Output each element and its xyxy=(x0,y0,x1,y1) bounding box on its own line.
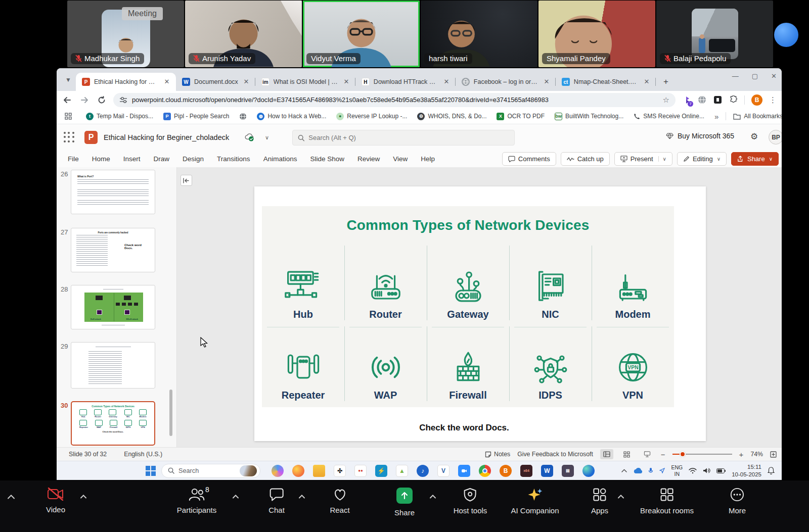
menu-help[interactable]: Help xyxy=(421,155,435,163)
share-dropdown-chevron[interactable]: ∨ xyxy=(769,156,773,162)
participants-options-chevron[interactable] xyxy=(232,495,239,499)
hidden-controls-chevron[interactable] xyxy=(7,495,15,499)
share-options-chevron[interactable] xyxy=(429,495,436,499)
photos-app-icon[interactable]: ▲ xyxy=(396,465,408,477)
bookmark-item[interactable]: ● Reverse IP Lookup -... xyxy=(336,113,407,120)
file-explorer-icon[interactable] xyxy=(313,465,325,477)
tab-search-chevron-icon[interactable]: ▼ xyxy=(61,72,76,87)
volume-icon[interactable] xyxy=(703,467,710,474)
window-maximize-button[interactable]: ▢ xyxy=(752,72,758,80)
menu-insert[interactable]: Insert xyxy=(123,155,141,163)
video-button[interactable]: Video xyxy=(46,488,65,514)
slideshow-view-button[interactable] xyxy=(641,449,654,459)
app-launcher-waffle-icon[interactable] xyxy=(64,132,75,143)
participant-tile[interactable]: harsh tiwari xyxy=(421,1,537,67)
browser-tab[interactable]: im What is OSI Model | 7 Laye ✕ xyxy=(255,73,355,91)
zoom-in-button[interactable]: + xyxy=(739,450,744,459)
notes-button[interactable]: Notes xyxy=(485,451,510,458)
browser-profile-avatar[interactable]: B xyxy=(751,94,762,106)
profile-b-app-icon[interactable]: B xyxy=(500,465,512,477)
pp-search-box[interactable] xyxy=(292,130,515,146)
chat-button[interactable]: Chat xyxy=(268,488,285,514)
bookmark-item[interactable]: t Temp Mail - Dispos... xyxy=(86,113,153,120)
thumbnail-scrollbar[interactable] xyxy=(169,390,172,436)
dots-app-icon[interactable]: ●● xyxy=(354,465,367,477)
participant-tile-active-speaker[interactable]: Vidyut Verma xyxy=(303,1,420,67)
bookmark-item[interactable]: SMS Receive Online... xyxy=(634,113,704,120)
tray-mic-icon[interactable] xyxy=(648,467,653,474)
browser-tab[interactable]: H Download HTTrack Websit ✕ xyxy=(355,73,456,91)
audio-app-icon[interactable]: ♪ xyxy=(417,465,429,477)
taskbar-clock[interactable]: 15:1110-05-2025 xyxy=(732,463,761,478)
apps-grid-icon[interactable] xyxy=(65,113,72,120)
black-clover-app-icon[interactable]: ✣ xyxy=(334,465,346,477)
participant-tile[interactable]: Meeting Madhukar Singh xyxy=(67,1,184,67)
browser-tab[interactable]: W Document.docx ✕ xyxy=(176,73,255,91)
address-bar[interactable]: powerpoint.cloud.microsoft/open/onedrive… xyxy=(113,93,676,107)
menu-review[interactable]: Review xyxy=(357,155,380,163)
word-app-icon[interactable]: W xyxy=(541,465,553,477)
tab-close-icon[interactable]: ✕ xyxy=(543,78,551,86)
forward-button[interactable] xyxy=(78,93,91,107)
browser-tab[interactable]: Facebook – log in or sign u ✕ xyxy=(456,73,556,91)
normal-view-button[interactable] xyxy=(600,449,613,459)
extension-icon[interactable]: 7 xyxy=(682,95,691,105)
title-dropdown-chevron[interactable]: ∨ xyxy=(265,134,269,141)
account-avatar[interactable]: BP xyxy=(769,130,782,144)
lightning-app-icon[interactable]: ⚡ xyxy=(375,465,387,477)
slide[interactable]: Common Types of Network Devices xyxy=(254,186,706,441)
participants-button[interactable]: 8 Participants xyxy=(177,488,216,514)
firefox-app-icon[interactable] xyxy=(292,465,304,477)
browser-menu-kebab-icon[interactable]: ⋮ xyxy=(769,95,777,105)
menu-file[interactable]: File xyxy=(68,155,79,163)
apps-options-chevron[interactable] xyxy=(617,495,624,499)
bookmark-item[interactable]: P Pipl - People Search xyxy=(163,113,229,120)
globe-extension-icon[interactable] xyxy=(697,95,706,105)
share-screen-button[interactable]: Share xyxy=(394,488,415,517)
participant-tile[interactable]: Arunish Yadav xyxy=(185,1,302,67)
language-selector[interactable]: English (U.S.) xyxy=(124,451,162,458)
tray-expand-chevron[interactable] xyxy=(621,469,627,472)
participant-tile[interactable]: Shyamali Pandey xyxy=(538,1,655,67)
slide-thumbnail-29[interactable] xyxy=(71,342,155,389)
tab-close-icon[interactable]: ✕ xyxy=(163,78,171,86)
settings-gear-icon[interactable]: ⚙ xyxy=(750,131,758,142)
window-close-button[interactable]: ✕ xyxy=(771,72,777,80)
chrome-app-icon[interactable] xyxy=(479,465,491,477)
participant-tile[interactable]: Balaji Pedapolu xyxy=(656,1,773,67)
buy-microsoft-365-button[interactable]: Buy Microsoft 365 xyxy=(666,132,734,140)
bookmark-globe-icon[interactable] xyxy=(239,113,247,120)
site-settings-icon[interactable] xyxy=(119,96,127,104)
x64-app-icon[interactable]: x64 xyxy=(520,465,532,477)
tray-location-icon[interactable] xyxy=(659,468,665,473)
zoom-app-icon[interactable] xyxy=(458,465,470,477)
fit-to-window-icon[interactable] xyxy=(770,451,777,458)
document-title[interactable]: Ethical Hacking for Beginer_choladeck xyxy=(104,133,229,141)
search-input[interactable] xyxy=(308,134,509,141)
bookmark-item[interactable]: X OCR TO PDF xyxy=(497,113,545,120)
menu-animations[interactable]: Animations xyxy=(263,155,297,163)
language-indicator[interactable]: ENGIN xyxy=(671,464,683,476)
bookmark-star-icon[interactable]: ☆ xyxy=(663,95,669,105)
menu-view[interactable]: View xyxy=(393,155,408,163)
breakout-rooms-button[interactable]: Breakout rooms xyxy=(640,488,694,515)
extensions-puzzle-icon[interactable] xyxy=(729,95,738,105)
powerpoint-logo[interactable]: P xyxy=(84,131,98,144)
slide-canvas[interactable]: Common Types of Network Devices xyxy=(177,167,782,447)
bookmarks-overflow-chevron[interactable]: » xyxy=(714,112,718,121)
editing-dropdown-chevron[interactable]: ∨ xyxy=(717,156,721,162)
tab-close-icon[interactable]: ✕ xyxy=(342,78,350,86)
window-minimize-button[interactable]: — xyxy=(732,72,739,80)
tab-close-icon[interactable]: ✕ xyxy=(242,78,250,86)
ai-companion-button[interactable]: AI Companion xyxy=(511,488,559,515)
zoom-percent[interactable]: 74% xyxy=(750,451,763,458)
tab-close-icon[interactable]: ✕ xyxy=(442,78,451,86)
browser-tab[interactable]: ct Nmap-Cheat-Sheet.pdf ✕ xyxy=(556,73,656,91)
slide-thumbnail-26[interactable]: What is Port? xyxy=(71,170,155,214)
pen-app-icon[interactable]: V xyxy=(437,465,450,477)
present-button[interactable]: Present ∨ xyxy=(614,152,672,166)
floating-avatar-badge[interactable] xyxy=(774,23,798,47)
all-bookmarks-button[interactable]: All Bookmarks xyxy=(733,113,782,120)
chat-options-chevron[interactable] xyxy=(298,495,305,499)
host-tools-button[interactable]: Host tools xyxy=(454,488,487,515)
